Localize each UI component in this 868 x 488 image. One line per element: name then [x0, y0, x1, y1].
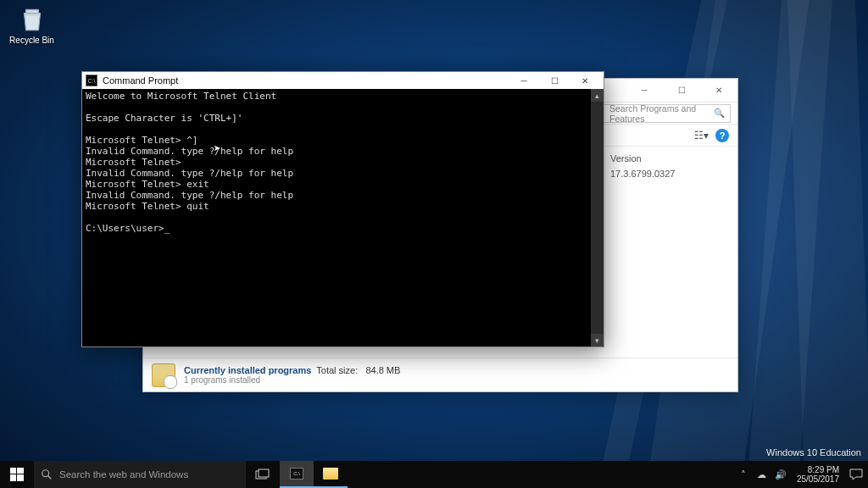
- task-view-icon: [255, 469, 270, 480]
- taskbar-search-input[interactable]: Search the web and Windows: [34, 461, 246, 488]
- scroll-up-icon[interactable]: ▴: [591, 89, 604, 102]
- cmd-title: Command Prompt: [103, 75, 509, 86]
- scroll-down-icon[interactable]: ▾: [591, 334, 604, 347]
- view-options-icon[interactable]: ☷▾: [694, 130, 709, 141]
- task-view-button[interactable]: [246, 461, 280, 488]
- tray-chevron-up-icon[interactable]: ˄: [737, 469, 749, 480]
- recycle-bin-icon: [18, 5, 47, 34]
- cmd-titlebar[interactable]: C:\ Command Prompt ─ ☐ ✕: [82, 72, 604, 89]
- recycle-bin[interactable]: Recycle Bin: [8, 5, 55, 45]
- clock-date: 25/05/2017: [797, 474, 839, 484]
- maximize-button[interactable]: ☐: [663, 79, 700, 102]
- windows-watermark: Windows 10 Education: [766, 447, 861, 458]
- svg-rect-8: [259, 469, 269, 477]
- cmd-icon: C:\: [290, 468, 303, 480]
- footer-size: 84.8 MB: [365, 365, 400, 375]
- close-button[interactable]: ✕: [700, 79, 737, 102]
- taskbar[interactable]: Search the web and Windows C:\ ˄ ☁ 🔊 8:2…: [0, 461, 868, 488]
- close-button[interactable]: ✕: [570, 72, 600, 89]
- onedrive-icon[interactable]: ☁: [756, 469, 768, 480]
- taskbar-app-cmd[interactable]: C:\: [280, 461, 314, 488]
- cmd-icon: C:\: [86, 75, 97, 86]
- programs-details-pane: Version 17.3.6799.0327: [602, 147, 737, 391]
- search-icon: 🔍: [714, 108, 725, 119]
- minimize-button[interactable]: ─: [626, 79, 663, 102]
- clock-time: 8:29 PM: [797, 465, 839, 474]
- folder-icon: [323, 468, 338, 480]
- svg-line-6: [48, 476, 52, 480]
- minimize-button[interactable]: ─: [509, 72, 539, 89]
- volume-icon[interactable]: 🔊: [775, 469, 787, 480]
- version-value: 17.3.6799.0327: [610, 169, 729, 179]
- help-icon[interactable]: ?: [715, 129, 729, 142]
- version-label: Version: [610, 153, 729, 164]
- recycle-bin-label: Recycle Bin: [8, 36, 55, 45]
- search-icon: [41, 469, 53, 480]
- search-placeholder-text: Search Programs and Features: [609, 103, 710, 124]
- svg-rect-4: [17, 474, 24, 481]
- text-cursor: _: [164, 223, 170, 234]
- windows-logo-icon: [10, 468, 24, 481]
- cmd-scrollbar[interactable]: ▴ ▾: [591, 89, 604, 347]
- programs-footer-icon: [152, 363, 175, 387]
- taskbar-search-placeholder: Search the web and Windows: [59, 469, 188, 480]
- svg-point-5: [42, 470, 49, 477]
- action-center-icon[interactable]: [849, 469, 863, 480]
- command-prompt-window[interactable]: C:\ Command Prompt ─ ☐ ✕ Welcome to Micr…: [81, 71, 604, 347]
- cmd-output[interactable]: Welcome to Microsoft Telnet Client Escap…: [82, 89, 604, 347]
- start-button[interactable]: [0, 461, 34, 488]
- system-tray[interactable]: ˄ ☁ 🔊 8:29 PM 25/05/2017: [732, 461, 868, 488]
- svg-rect-1: [10, 468, 16, 474]
- svg-rect-3: [10, 474, 16, 481]
- programs-footer: Currently installed programs Total size:…: [143, 358, 737, 391]
- programs-search-input[interactable]: Search Programs and Features 🔍: [604, 104, 731, 123]
- footer-sub: 1 programs installed: [184, 375, 400, 385]
- svg-rect-0: [25, 9, 38, 13]
- taskbar-clock[interactable]: 8:29 PM 25/05/2017: [793, 465, 843, 484]
- taskbar-app-explorer[interactable]: [314, 461, 348, 488]
- footer-total-label: Total size:: [316, 365, 358, 375]
- footer-title: Currently installed programs: [184, 365, 311, 375]
- maximize-button[interactable]: ☐: [539, 72, 570, 89]
- svg-rect-2: [17, 468, 24, 474]
